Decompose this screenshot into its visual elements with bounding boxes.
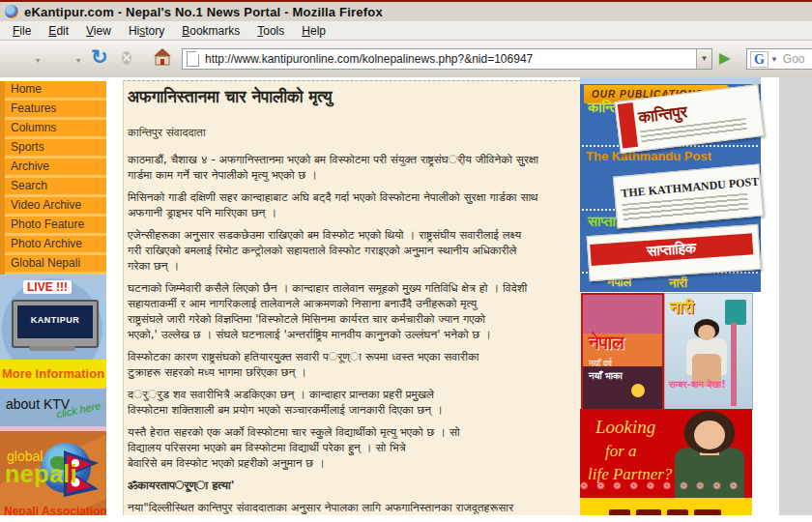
article-line: गरेका छन् ।: [128, 258, 806, 274]
article-line: राष्ट्रसंघले जारी गरेको विज्ञप्तिमा 'विस…: [128, 311, 806, 327]
sidebar-item-sports[interactable]: Sports: [5, 139, 106, 159]
article-line: ॐकायरतापर्ूण्ा हत्या': [128, 478, 806, 493]
search-engine-dropdown-icon[interactable]: ▼: [770, 55, 778, 64]
sidebar-item-video-archive[interactable]: Video Archive: [5, 197, 106, 217]
page-content: OUR PUBLICATIONS कान्तिपुर The Kathmandu…: [0, 77, 812, 522]
stop-button[interactable]: ✕: [122, 47, 131, 69]
article-line: गार्डमा काम गर्ने चार नेपालीको मृत्यु भए…: [128, 167, 806, 183]
window-title: eKantipur.com - Nepal's No.1 News Portal…: [24, 5, 383, 19]
home-icon: [153, 47, 172, 67]
kantipur-tv-logo: KANTIPUR: [17, 305, 93, 338]
menu-history[interactable]: History: [120, 22, 173, 40]
go-icon: ▶: [719, 49, 731, 66]
sidebar-item-home[interactable]: Home: [5, 81, 106, 101]
site-navigation: HomeFeaturesColumnsSportsArchiveSearchVi…: [0, 81, 106, 275]
menu-edit[interactable]: Edit: [40, 22, 77, 40]
menu-bar: FileEditViewHistoryBookmarksToolsHelp: [0, 21, 812, 41]
firefox-icon: [5, 5, 18, 18]
sidebar-item-photo-feature[interactable]: Photo Feature: [5, 217, 106, 236]
home-button[interactable]: [153, 47, 172, 71]
search-input[interactable]: Goo: [783, 52, 805, 66]
article-line: यस्तै हेरात सहरको एक अर्को विस्फोटमा चार…: [128, 424, 806, 440]
sidebar-item-columns[interactable]: Columns: [5, 120, 106, 139]
article: अफगानिस्तानमा चार नेपालीको मृत्यु कान्ति…: [128, 85, 806, 522]
article-body: काठमाडौं, चैशाख ४ - अफगानिस्तानमा भएको ब…: [128, 152, 806, 522]
browser-window: eKantipur.com - Nepal's No.1 News Portal…: [0, 0, 812, 522]
article-line: विद्यालय परिसरमा भएको बम विस्फोटमा विद्य…: [128, 440, 806, 455]
article-line: गरी राखिएको बमलाई रिमोट कन्ट्रोलको सहायत…: [128, 243, 806, 258]
navigation-toolbar: ▾ ▾ ↻ ✕ http://www.kantipuronline.com/ko…: [0, 41, 812, 78]
article-paragraph: मिसिनको गाडी दक्षिणी सहर कान्दाहाबाट अघि…: [128, 189, 806, 220]
article-line: दर्ुर्ुड शव सवारीभित्रै अडकिएका छन् । का…: [128, 387, 806, 402]
bottom-white-strip: [0, 515, 812, 522]
live-badge: LIVE !!!: [23, 280, 72, 294]
url-bar[interactable]: http://www.kantipuronline.com/kolnepalin…: [182, 48, 712, 70]
article-line: काठमाडौं, चैशाख ४ - अफगानिस्तानमा भएको ब…: [128, 152, 806, 167]
article-byline: कान्तिपु्र संवाददाता: [128, 125, 806, 140]
article-line: विस्फोटमा शक्तिशाली बम प्रयोग भएको सञ्चा…: [128, 402, 806, 418]
sidebar-item-search[interactable]: Search: [5, 178, 106, 197]
article-line: सहायताकर्मी र आम नागरिकलाई तालेवानले आक्…: [128, 296, 806, 311]
reload-icon: ↻: [91, 45, 108, 68]
back-dropdown-icon[interactable]: ▾: [36, 56, 40, 65]
ktv-live-ad[interactable]: LIVE !!! KANTIPUR: [0, 275, 106, 360]
article-line: टुुक्राहरू सहरको मध्य भागमा छरिएका छन् ।: [128, 364, 806, 380]
forward-dropdown-icon[interactable]: ▾: [76, 56, 80, 65]
article-line: नया"दिल्लीस्थित कान्तिपु्र संवाददाताका अ…: [128, 500, 806, 515]
article-line: विस्फोटका कारण राष्ट्रसंघको हतियारयुुक्त…: [128, 349, 806, 364]
menu-help[interactable]: Help: [293, 22, 334, 40]
page-icon: [187, 51, 199, 67]
publications-top-strip: [580, 77, 761, 84]
article-paragraph: यस्तै हेरात सहरको एक अर्को विस्फोटमा चार…: [128, 424, 806, 471]
tv-icon: KANTIPUR: [12, 300, 99, 348]
sidebar-item-global-nepali[interactable]: Global Nepali: [5, 255, 106, 275]
google-logo-icon: G: [750, 51, 768, 68]
url-text[interactable]: http://www.kantipuronline.com/kolnepalin…: [205, 52, 696, 66]
article-line: भएको,' उल्लेख छ । संघले घटनालाई 'अन्तर्र…: [128, 327, 806, 342]
tv-stand: [29, 346, 75, 351]
article-line: मिसिनको गाडी दक्षिणी सहर कान्दाहाबाट अघि…: [128, 189, 806, 205]
reload-button[interactable]: ↻: [91, 46, 108, 68]
url-dropdown-icon[interactable]: ▼: [696, 49, 711, 69]
global-nepali-ad[interactable]: global nepali Nepali Associations: [0, 431, 106, 515]
article-paragraph: दर्ुर्ुड शव सवारीभित्रै अडकिएका छन् । का…: [128, 387, 806, 418]
menu-bookmarks[interactable]: Bookmarks: [173, 22, 248, 40]
go-button[interactable]: ▶: [719, 49, 731, 67]
nepali-word: nepali: [5, 460, 77, 488]
more-information-banner[interactable]: More Information: [0, 360, 106, 389]
article-line: अफगानी ड्राइभर पनि मारिएका छन् ।: [128, 205, 806, 220]
about-ktv-banner[interactable]: about KTV click here: [0, 389, 106, 426]
article-line: बेवारिसे बम विस्फोट भएको प्रहरीको अनुुमा…: [128, 455, 806, 471]
sidebar-item-features[interactable]: Features: [5, 101, 106, 120]
article-paragraph: एजेन्सीहरूका अनुुसार सडकछेउमा राखिएको बम…: [128, 227, 806, 274]
sidebar-item-archive[interactable]: Archive: [5, 159, 106, 178]
article-title: अफगानिस्तानमा चार नेपालीको मृत्यु: [128, 85, 806, 108]
article-line: एजेन्सीहरूका अनुुसार सडकछेउमा राखिएको बम…: [128, 227, 806, 243]
menu-file[interactable]: File: [4, 22, 40, 40]
article-line: घटनाको जिम्मेवारी कसैले लिएको छैन । कान्…: [128, 280, 806, 296]
article-paragraph: घटनाको जिम्मेवारी कसैले लिएको छैन । कान्…: [128, 280, 806, 342]
menu-tools[interactable]: Tools: [248, 22, 293, 40]
left-sidebar: HomeFeaturesColumnsSportsArchiveSearchVi…: [0, 77, 106, 515]
search-box[interactable]: G ▼ Goo: [746, 48, 812, 70]
article-paragraph: काठमाडौं, चैशाख ४ - अफगानिस्तानमा भएको ब…: [128, 152, 806, 183]
article-paragraph: विस्फोटका कारण राष्ट्रसंघको हतियारयुुक्त…: [128, 349, 806, 380]
nepali-associations-link[interactable]: Nepali Associations: [4, 505, 106, 515]
sidebar-item-photo-archive[interactable]: Photo Archive: [5, 236, 106, 255]
stop-icon: ✕: [122, 51, 131, 65]
menu-view[interactable]: View: [77, 22, 120, 40]
article-subhead: ॐकायरतापर्ूण्ा हत्या': [128, 478, 806, 493]
title-bar: eKantipur.com - Nepal's No.1 News Portal…: [0, 2, 812, 22]
